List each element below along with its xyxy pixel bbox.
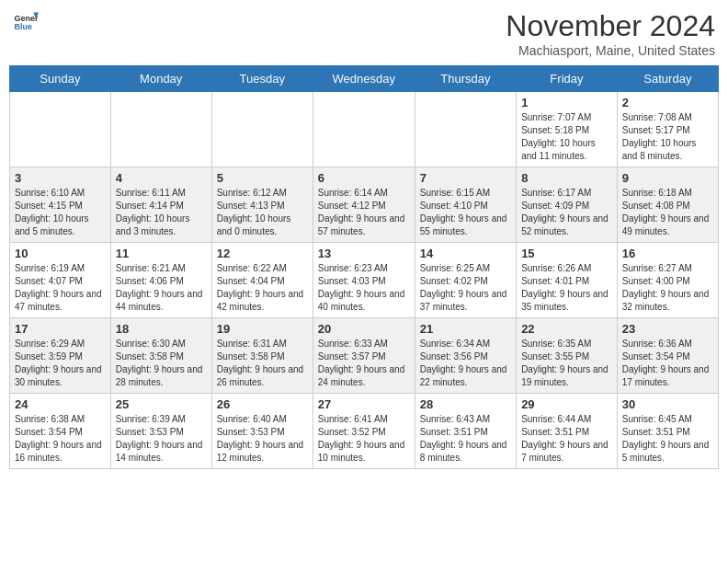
day-number: 8 [521,171,612,185]
day-info: Sunrise: 6:15 AM Sunset: 4:10 PM Dayligh… [420,187,511,238]
calendar-cell: 26Sunrise: 6:40 AM Sunset: 3:53 PM Dayli… [211,394,313,469]
calendar-cell: 23Sunrise: 6:36 AM Sunset: 3:54 PM Dayli… [617,318,718,394]
calendar-cell: 13Sunrise: 6:23 AM Sunset: 4:03 PM Dayli… [313,243,415,318]
calendar-cell: 10Sunrise: 6:19 AM Sunset: 4:07 PM Dayli… [10,243,111,318]
day-number: 19 [217,322,308,336]
calendar-cell: 25Sunrise: 6:39 AM Sunset: 3:53 PM Dayli… [110,394,211,469]
day-info: Sunrise: 6:12 AM Sunset: 4:13 PM Dayligh… [217,187,308,238]
calendar-cell: 21Sunrise: 6:34 AM Sunset: 3:56 PM Dayli… [415,318,516,394]
day-info: Sunrise: 6:25 AM Sunset: 4:02 PM Dayligh… [420,262,511,314]
day-info: Sunrise: 7:08 AM Sunset: 5:17 PM Dayligh… [622,111,713,163]
calendar-cell: 22Sunrise: 6:35 AM Sunset: 3:55 PM Dayli… [517,318,618,394]
calendar-cell: 24Sunrise: 6:38 AM Sunset: 3:54 PM Dayli… [10,394,111,469]
calendar-cell: 20Sunrise: 6:33 AM Sunset: 3:57 PM Dayli… [313,318,415,394]
calendar-cell: 28Sunrise: 6:43 AM Sunset: 3:51 PM Dayli… [415,394,516,469]
day-number: 25 [116,397,207,411]
day-info: Sunrise: 6:11 AM Sunset: 4:14 PM Dayligh… [116,187,207,238]
calendar-cell: 3Sunrise: 6:10 AM Sunset: 4:15 PM Daylig… [10,167,111,243]
day-header-saturday: Saturday [617,66,718,92]
day-info: Sunrise: 6:45 AM Sunset: 3:51 PM Dayligh… [622,413,713,465]
day-number: 10 [15,247,106,260]
day-number: 28 [420,397,511,411]
day-number: 30 [622,397,713,411]
calendar-week-4: 24Sunrise: 6:38 AM Sunset: 3:54 PM Dayli… [10,394,719,469]
calendar-cell: 11Sunrise: 6:21 AM Sunset: 4:06 PM Dayli… [110,243,211,318]
calendar-table: SundayMondayTuesdayWednesdayThursdayFrid… [9,65,719,469]
day-info: Sunrise: 6:36 AM Sunset: 3:54 PM Dayligh… [622,338,713,389]
calendar-cell [415,92,516,167]
calendar-header-row: SundayMondayTuesdayWednesdayThursdayFrid… [10,66,719,92]
day-number: 11 [116,247,207,260]
day-info: Sunrise: 6:26 AM Sunset: 4:01 PM Dayligh… [521,262,612,314]
day-info: Sunrise: 6:35 AM Sunset: 3:55 PM Dayligh… [521,338,612,389]
day-number: 1 [521,96,612,109]
day-info: Sunrise: 6:23 AM Sunset: 4:03 PM Dayligh… [318,262,410,314]
calendar-week-3: 17Sunrise: 6:29 AM Sunset: 3:59 PM Dayli… [10,318,719,394]
calendar-week-0: 1Sunrise: 7:07 AM Sunset: 5:18 PM Daylig… [10,92,719,167]
calendar-cell: 7Sunrise: 6:15 AM Sunset: 4:10 PM Daylig… [415,167,516,243]
calendar-cell: 8Sunrise: 6:17 AM Sunset: 4:09 PM Daylig… [517,167,618,243]
calendar-cell: 17Sunrise: 6:29 AM Sunset: 3:59 PM Dayli… [10,318,111,394]
calendar-cell [110,92,211,167]
svg-text:Blue: Blue [14,22,32,31]
day-info: Sunrise: 6:43 AM Sunset: 3:51 PM Dayligh… [420,413,511,465]
day-info: Sunrise: 6:44 AM Sunset: 3:51 PM Dayligh… [521,413,612,465]
calendar-cell: 29Sunrise: 6:44 AM Sunset: 3:51 PM Dayli… [517,394,618,469]
calendar-cell: 18Sunrise: 6:30 AM Sunset: 3:58 PM Dayli… [110,318,211,394]
calendar-cell: 4Sunrise: 6:11 AM Sunset: 4:14 PM Daylig… [110,167,211,243]
day-info: Sunrise: 6:31 AM Sunset: 3:58 PM Dayligh… [217,338,308,389]
day-number: 17 [15,322,106,336]
day-info: Sunrise: 6:33 AM Sunset: 3:57 PM Dayligh… [318,338,410,389]
day-info: Sunrise: 6:30 AM Sunset: 3:58 PM Dayligh… [116,338,207,389]
day-number: 24 [15,397,106,411]
day-number: 2 [622,96,713,109]
calendar-cell: 16Sunrise: 6:27 AM Sunset: 4:00 PM Dayli… [617,243,718,318]
day-info: Sunrise: 7:07 AM Sunset: 5:18 PM Dayligh… [521,111,612,163]
page-header: General Blue November 2024 Machiasport, … [9,9,719,58]
day-info: Sunrise: 6:18 AM Sunset: 4:08 PM Dayligh… [622,187,713,238]
day-header-tuesday: Tuesday [211,66,313,92]
day-header-monday: Monday [110,66,211,92]
day-header-wednesday: Wednesday [313,66,415,92]
day-info: Sunrise: 6:21 AM Sunset: 4:06 PM Dayligh… [116,262,207,314]
day-number: 9 [622,171,713,185]
calendar-cell: 15Sunrise: 6:26 AM Sunset: 4:01 PM Dayli… [517,243,618,318]
logo-icon: General Blue [13,9,39,35]
day-info: Sunrise: 6:17 AM Sunset: 4:09 PM Dayligh… [521,187,612,238]
day-number: 27 [318,397,410,411]
calendar-cell: 1Sunrise: 7:07 AM Sunset: 5:18 PM Daylig… [517,92,618,167]
day-header-friday: Friday [517,66,618,92]
day-number: 23 [622,322,713,336]
day-number: 6 [318,171,410,185]
day-number: 13 [318,247,410,260]
location-subtitle: Machiasport, Maine, United States [506,43,715,58]
day-number: 22 [521,322,612,336]
title-block: November 2024 Machiasport, Maine, United… [506,9,715,58]
day-number: 16 [622,247,713,260]
day-number: 18 [116,322,207,336]
day-info: Sunrise: 6:29 AM Sunset: 3:59 PM Dayligh… [15,338,106,389]
day-info: Sunrise: 6:34 AM Sunset: 3:56 PM Dayligh… [420,338,511,389]
calendar-cell [313,92,415,167]
day-number: 26 [217,397,308,411]
calendar-cell: 27Sunrise: 6:41 AM Sunset: 3:52 PM Dayli… [313,394,415,469]
month-title: November 2024 [506,9,715,43]
calendar-week-2: 10Sunrise: 6:19 AM Sunset: 4:07 PM Dayli… [10,243,719,318]
day-number: 29 [521,397,612,411]
day-header-thursday: Thursday [415,66,516,92]
calendar-cell: 14Sunrise: 6:25 AM Sunset: 4:02 PM Dayli… [415,243,516,318]
day-number: 7 [420,171,511,185]
calendar-cell: 12Sunrise: 6:22 AM Sunset: 4:04 PM Dayli… [211,243,313,318]
day-header-sunday: Sunday [10,66,111,92]
calendar-cell: 2Sunrise: 7:08 AM Sunset: 5:17 PM Daylig… [617,92,718,167]
calendar-cell: 30Sunrise: 6:45 AM Sunset: 3:51 PM Dayli… [617,394,718,469]
day-number: 3 [15,171,106,185]
day-number: 15 [521,247,612,260]
day-number: 5 [217,171,308,185]
calendar-week-1: 3Sunrise: 6:10 AM Sunset: 4:15 PM Daylig… [10,167,719,243]
calendar-cell: 5Sunrise: 6:12 AM Sunset: 4:13 PM Daylig… [211,167,313,243]
day-number: 12 [217,247,308,260]
calendar-cell: 6Sunrise: 6:14 AM Sunset: 4:12 PM Daylig… [313,167,415,243]
day-info: Sunrise: 6:10 AM Sunset: 4:15 PM Dayligh… [15,187,106,238]
day-info: Sunrise: 6:27 AM Sunset: 4:00 PM Dayligh… [622,262,713,314]
